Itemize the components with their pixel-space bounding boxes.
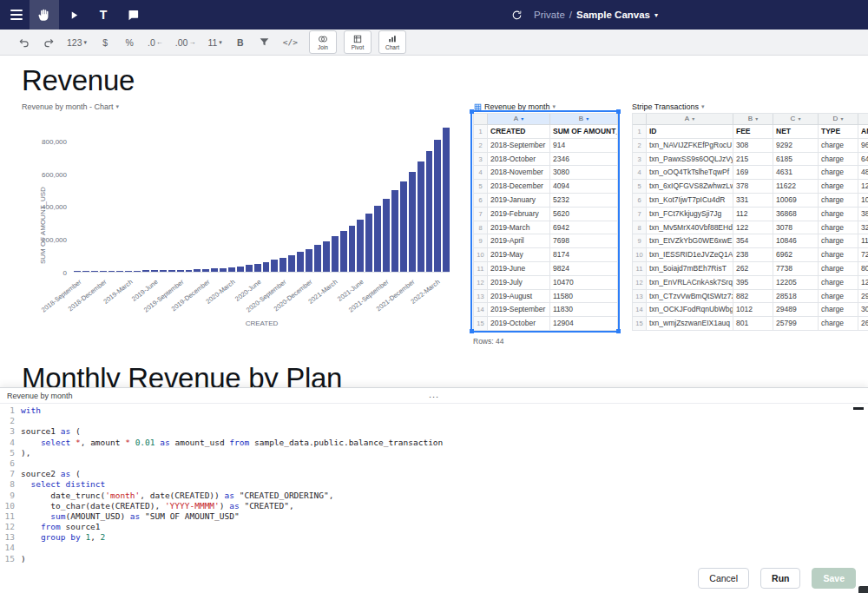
row-number[interactable]: 9	[633, 234, 647, 248]
cell[interactable]: 7738	[773, 262, 819, 276]
cell[interactable]: FEE	[733, 125, 773, 139]
cell[interactable]: txn_NAVIJZFKEfPgRocU	[647, 139, 733, 153]
cell[interactable]: charge	[819, 153, 858, 167]
row-number[interactable]: 2	[633, 139, 647, 153]
row-number[interactable]: 8	[633, 221, 647, 235]
cell[interactable]: 6942	[550, 221, 618, 235]
cell[interactable]: 30	[858, 303, 868, 317]
cell[interactable]: 2019-April	[488, 234, 550, 248]
menu-button[interactable]	[0, 0, 30, 30]
cell[interactable]: 1012	[733, 303, 773, 317]
cell[interactable]: 5620	[550, 208, 618, 221]
row-number[interactable]: 15	[474, 317, 488, 331]
cell[interactable]: 11830	[550, 303, 618, 317]
column-header-D[interactable]: D▾	[819, 114, 858, 125]
cell[interactable]: 2346	[550, 153, 618, 167]
row-number[interactable]: 4	[633, 166, 647, 180]
cell[interactable]: 262	[733, 262, 773, 276]
cell[interactable]: 6185	[773, 153, 819, 167]
row-number[interactable]: 5	[474, 180, 488, 194]
text-tool-button[interactable]: T	[89, 0, 118, 30]
cell[interactable]: 9292	[773, 139, 819, 153]
pivot-button[interactable]: Pivot	[344, 30, 372, 54]
cell[interactable]: ID	[647, 125, 733, 139]
cell[interactable]: 32	[858, 221, 868, 235]
cell[interactable]: 11580	[550, 290, 618, 304]
row-number[interactable]: 6	[474, 194, 488, 208]
cell[interactable]: 914	[550, 139, 618, 153]
cell[interactable]: 2019-January	[488, 194, 550, 208]
select-tool-button[interactable]	[59, 0, 89, 30]
table2-widget-label[interactable]: Stripe Transactions ▾	[632, 102, 705, 111]
undo-button[interactable]	[14, 32, 35, 53]
cell[interactable]: 12904	[550, 317, 618, 331]
cell[interactable]: 7698	[550, 234, 618, 248]
cell[interactable]: 2019-March	[488, 221, 550, 235]
cell[interactable]: txn_6xIQFGVS8ZwhwzLw	[647, 180, 733, 194]
row-number[interactable]: 15	[633, 317, 647, 331]
cell[interactable]: 10	[858, 194, 868, 208]
row-number[interactable]: 1	[633, 125, 647, 139]
cell[interactable]: 9824	[550, 262, 618, 276]
cell[interactable]: charge	[819, 317, 858, 331]
row-number[interactable]: 7	[474, 208, 488, 221]
cell[interactable]: txn_5oiajd7mBEh7RisT	[647, 262, 733, 276]
cell[interactable]: 96	[858, 139, 868, 153]
cell[interactable]: 308	[733, 139, 773, 153]
cell[interactable]: 801	[733, 317, 773, 331]
cell[interactable]: 238	[733, 248, 773, 262]
panel-menu-button[interactable]: ...	[0, 389, 868, 399]
column-header-A[interactable]: A▾	[488, 114, 550, 125]
cell[interactable]: 2018-October	[488, 153, 550, 167]
cell[interactable]: 2019-August	[488, 290, 550, 304]
cell[interactable]: 2019-February	[488, 208, 550, 221]
cell[interactable]: 64	[858, 153, 868, 167]
save-button[interactable]: Save	[812, 568, 856, 589]
cell[interactable]: 28518	[773, 290, 819, 304]
row-number[interactable]: 3	[633, 153, 647, 167]
column-header-C[interactable]: C▾	[773, 114, 819, 125]
cell[interactable]: charge	[819, 262, 858, 276]
cell[interactable]: 8174	[550, 248, 618, 262]
cell[interactable]: 10846	[773, 234, 819, 248]
refresh-button[interactable]	[508, 0, 525, 30]
currency-format-button[interactable]: $	[95, 32, 115, 53]
cell[interactable]: txn_FCt7KkjugySji7Jg	[647, 208, 733, 221]
column-header-A[interactable]: A▾	[647, 114, 733, 125]
cell[interactable]: 36868	[773, 208, 819, 221]
cancel-button[interactable]: Cancel	[698, 568, 749, 589]
cell[interactable]: charge	[819, 208, 858, 221]
cell[interactable]: 12	[858, 276, 868, 290]
row-number[interactable]: 9	[474, 234, 488, 248]
cell[interactable]: txn_CTzvVwBmQtSWtz7z	[647, 290, 733, 304]
cell[interactable]: 395	[733, 276, 773, 290]
cell[interactable]: txn_IESSRID1eJVZeQ1A	[647, 248, 733, 262]
row-number[interactable]: 8	[474, 221, 488, 235]
sql-editor[interactable]: 1with23source1 as (4 select *, amount * …	[0, 405, 856, 563]
cell[interactable]: txn_EtVZkYbG0WE6xwE1	[647, 234, 733, 248]
cell[interactable]: 72	[858, 248, 868, 262]
cell[interactable]: txn_wmjZszwanEIX1auq	[647, 317, 733, 331]
hand-tool-button[interactable]	[30, 0, 59, 30]
cell[interactable]: 331	[733, 194, 773, 208]
cell[interactable]: 882	[733, 290, 773, 304]
cell[interactable]: txn_Mv5MrX40Vbf88EHd	[647, 221, 733, 235]
row-number[interactable]: 10	[633, 248, 647, 262]
column-header-B[interactable]: B▾	[733, 114, 773, 125]
chart-button[interactable]: Chart	[378, 30, 406, 54]
redo-button[interactable]	[38, 32, 59, 53]
row-number[interactable]: 14	[633, 303, 647, 317]
number-format-button[interactable]: 123 ▾	[62, 32, 91, 53]
cell[interactable]: charge	[819, 303, 858, 317]
cell[interactable]: 2019-June	[488, 262, 550, 276]
cell[interactable]: 2019-October	[488, 317, 550, 331]
row-number[interactable]: 11	[474, 262, 488, 276]
cell[interactable]: 10470	[550, 276, 618, 290]
cell[interactable]: 2018-September	[488, 139, 550, 153]
cell[interactable]: 4631	[773, 166, 819, 180]
cell[interactable]: charge	[819, 180, 858, 194]
cell[interactable]: 354	[733, 234, 773, 248]
cell[interactable]: 11	[858, 234, 868, 248]
row-number[interactable]: 1	[474, 125, 488, 139]
cell[interactable]: 25799	[773, 317, 819, 331]
